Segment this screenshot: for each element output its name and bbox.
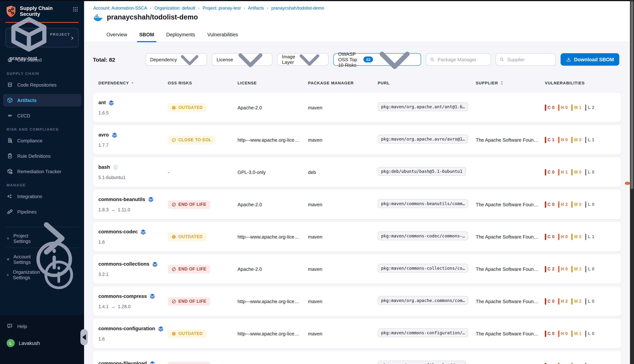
- purl-pill[interactable]: pkg:maven/commons-collections/co…: [378, 264, 468, 273]
- sidebar-collapse-handle[interactable]: [80, 329, 88, 345]
- layers-solid-icon: [111, 132, 117, 138]
- severity-letter: L: [588, 202, 590, 206]
- version-current: 3.2.1: [98, 272, 109, 277]
- table-row[interactable]: avro1.7.7CLOSE TO EOLhttp---www.apache.o…: [93, 125, 621, 154]
- breadcrumb-link[interactable]: Artifacts: [248, 6, 264, 11]
- purl-cell: pkg:maven/commons-fileupload/co…: [378, 361, 476, 364]
- severity-critical-count: C0: [545, 104, 554, 111]
- purl-pill[interactable]: pkg:maven/commons-codec/commons-…: [378, 232, 468, 240]
- scrollbar-thumb[interactable]: [631, 1, 633, 189]
- oss-risk-cell: END OF LIFE: [168, 265, 238, 273]
- sidebar-item-integrations[interactable]: Integrations: [3, 190, 81, 202]
- sidebar-item-artifacts[interactable]: Artifacts: [3, 94, 81, 106]
- severity-high-bar-icon: [558, 266, 559, 272]
- tab-overview[interactable]: Overview: [105, 27, 128, 42]
- sidebar-item-label: Remediation Tracker: [17, 168, 61, 174]
- breadcrumb-separator-icon: ›: [244, 6, 245, 11]
- table-row[interactable]: commons-configuration1.6OUTDATEDhttp---w…: [93, 319, 621, 348]
- supplier-cell: The Apache Software Foun…: [476, 298, 540, 304]
- column-header-label: OSS RISKS: [168, 81, 192, 85]
- sort-descending-icon[interactable]: [131, 81, 135, 85]
- slash-icon: [171, 202, 176, 207]
- severity-number: 0: [552, 105, 554, 110]
- dependency-cell: commons-compress1.4.1→1.28.0: [98, 293, 168, 309]
- sidebar-item-remediation-tracker[interactable]: Remediation Tracker: [3, 165, 81, 178]
- package-manager-input[interactable]: [437, 56, 487, 62]
- purl-pill[interactable]: pkg:maven/commons-configuration/…: [378, 328, 468, 337]
- filter-dependency-dropdown[interactable]: Dependency: [145, 53, 207, 66]
- column-header-supplier[interactable]: SUPPLIER: [476, 80, 545, 86]
- table-row[interactable]: commons-compress1.4.1→1.28.0END OF LIFEh…: [93, 286, 621, 316]
- column-header-oss-risks[interactable]: OSS RISKS: [168, 81, 238, 85]
- severity-number: 0: [552, 331, 554, 336]
- filter-license-dropdown[interactable]: License: [212, 53, 272, 66]
- severity-medium-count: M1: [571, 330, 581, 337]
- purl-pill[interactable]: pkg:deb/ubuntu/bash@5.1-6ubuntu1: [378, 167, 466, 176]
- purl-pill[interactable]: pkg:maven/commons-beanutils/comm…: [378, 199, 468, 208]
- severity-medium-bar-icon: [571, 201, 573, 208]
- purl-pill[interactable]: pkg:maven/org.apache.commons/com…: [378, 296, 468, 305]
- table-row[interactable]: commons-fileuploadEND OF LIFEApache-2.0m…: [93, 351, 621, 364]
- sort-toggle-icon[interactable]: [500, 80, 503, 86]
- purl-pill[interactable]: pkg:maven/org.apache.ant/ant@1.6…: [378, 102, 468, 111]
- sidebar-item-help[interactable]: ? Help: [3, 320, 81, 332]
- supplier-search[interactable]: [496, 53, 556, 66]
- user-menu[interactable]: L Lavakush: [3, 337, 81, 349]
- breadcrumb-link[interactable]: Organization: default: [155, 6, 195, 11]
- table-row[interactable]: commons-beanutils1.8.3→1.11.0END OF LIFE…: [93, 190, 621, 219]
- column-header-label: PURL: [378, 81, 390, 85]
- scrollbar-track[interactable]: [630, 0, 634, 364]
- risk-badge-end_of_life: END OF LIFE: [168, 200, 210, 208]
- column-header-package-manager[interactable]: PACKAGE MANAGER: [308, 81, 378, 85]
- tab-vulnerabilities[interactable]: Vulnerabilities: [206, 27, 239, 42]
- column-header-label: LICENSE: [238, 81, 257, 85]
- tab-sbom[interactable]: SBOM: [138, 27, 155, 42]
- sidebar-item-organization-settings[interactable]: Organization Settings: [3, 268, 81, 281]
- purl-pill[interactable]: pkg:maven/commons-fileupload/co…: [378, 361, 466, 364]
- breadcrumb-link[interactable]: Project: pranay-test: [203, 6, 241, 11]
- column-header-dependency[interactable]: DEPENDENCY: [98, 81, 168, 85]
- severity-high-bar-icon: [558, 169, 559, 175]
- tab-deployments[interactable]: Deployments: [165, 27, 196, 42]
- severity-medium-count: M1: [571, 104, 581, 111]
- dependency-name-text: commons-fileupload: [98, 361, 147, 364]
- project-selector[interactable]: PROJECT pranay-test: [6, 28, 79, 47]
- purl-cell: pkg:deb/ubuntu/bash@5.1-6ubuntu1: [378, 167, 476, 177]
- download-sbom-button[interactable]: Download SBOM: [560, 53, 619, 66]
- nav-section-label: SUPPLY CHAIN: [7, 72, 84, 76]
- table-row[interactable]: ant1.6.5OUTDATEDApache-2.0mavenpkg:maven…: [93, 93, 621, 122]
- filter-owasp-oss-top-10-risks-dropdown[interactable]: OWASP OSS Top 10 Risks02: [333, 53, 421, 66]
- slash-icon: [171, 138, 176, 142]
- search-icon: [500, 57, 504, 62]
- risk-badge-outdated: OUTDATED: [168, 232, 206, 241]
- severity-letter: H: [561, 267, 564, 271]
- severity-letter: H: [561, 170, 564, 174]
- table-row[interactable]: commons-collections3.2.1END OF LIFEApach…: [93, 254, 621, 284]
- severity-number: 0: [565, 331, 568, 336]
- breadcrumb-link[interactable]: pranaycshah/todolist-demo: [271, 6, 324, 11]
- breadcrumb-link[interactable]: Account: Automation-SSCA: [93, 6, 147, 11]
- package-manager-search[interactable]: [426, 53, 491, 66]
- screen: Supply Chain Security PROJECT pranay-tes…: [0, 0, 634, 364]
- severity-number: 2: [565, 202, 568, 206]
- sidebar-item-rule-definitions[interactable]: Rule Definitions: [3, 150, 81, 162]
- sidebar-item-ci-cd[interactable]: CI/CD: [3, 109, 81, 122]
- severity-number: 1: [552, 138, 554, 142]
- severity-number: 2: [552, 267, 554, 271]
- dropdown-label: Dependency: [150, 57, 177, 62]
- supplier-input[interactable]: [507, 56, 552, 62]
- dependency-name-text: ant: [98, 100, 106, 105]
- column-header-purl[interactable]: PURL: [378, 81, 476, 85]
- module-switcher-grid-icon[interactable]: [72, 6, 79, 12]
- version-current: 1.6.5: [98, 110, 109, 116]
- filter-image-layer-dropdown[interactable]: Image Layer: [277, 53, 329, 66]
- table-row[interactable]: bash5.1-6ubuntu1-GPL-3.0-onlydebpkg:deb/…: [93, 158, 621, 187]
- column-header-vulnerabilities[interactable]: VULNERABILITIES: [545, 81, 621, 85]
- table-row[interactable]: commons-codec1.6OUTDATEDhttp---www.apach…: [93, 222, 621, 251]
- column-header-license[interactable]: LICENSE: [238, 81, 308, 85]
- sidebar-item-compliance[interactable]: Compliance: [3, 134, 81, 147]
- license-cell: http---www.apache.org-lice…: [238, 234, 302, 240]
- severity-letter: L: [588, 138, 590, 142]
- sidebar-item-code-repositories[interactable]: Code Repositories: [3, 78, 81, 91]
- purl-pill[interactable]: pkg:maven/org.apache.avro/avro@1…: [378, 135, 468, 144]
